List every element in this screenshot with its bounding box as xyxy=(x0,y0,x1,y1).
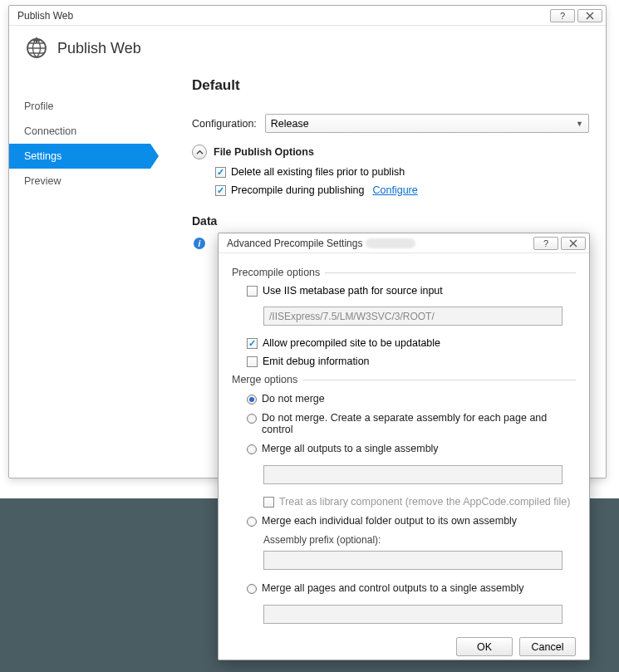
assembly-prefix-label: Assembly prefix (optional): xyxy=(263,534,576,546)
precompile-legend: Precompile options xyxy=(232,267,320,278)
use-iis-checkbox[interactable] xyxy=(247,286,258,297)
merge-option-3-label: Merge each individual folder output to i… xyxy=(262,515,517,527)
configuration-label: Configuration: xyxy=(192,118,257,130)
allow-updatable-label: Allow precompiled site to be updatable xyxy=(263,337,440,349)
advanced-precompile-dialog: Advanced Precompile Settings ? Precompil… xyxy=(218,233,590,660)
file-publish-expander[interactable] xyxy=(192,145,207,159)
merge-option-0-label: Do not merge xyxy=(262,393,325,405)
globe-publish-icon xyxy=(26,37,47,59)
merge-all-pages-input xyxy=(263,605,563,624)
treat-library-label: Treat as library component (remove the A… xyxy=(279,496,570,508)
precompile-checkbox[interactable] xyxy=(215,185,226,196)
window-title: Publish Web xyxy=(17,10,550,22)
merge-option-2-label: Merge all outputs to a single assembly xyxy=(262,443,439,454)
sidebar-item-profile[interactable]: Profile xyxy=(9,94,150,119)
sidebar-item-preview[interactable]: Preview xyxy=(9,169,150,194)
single-assembly-name-input xyxy=(263,465,563,484)
delete-existing-checkbox[interactable] xyxy=(215,167,226,178)
merge-option-2-radio[interactable] xyxy=(247,444,257,454)
emit-debug-checkbox[interactable] xyxy=(247,356,258,367)
merge-option-3-radio[interactable] xyxy=(247,517,257,527)
sidebar-item-connection[interactable]: Connection xyxy=(9,119,150,144)
sidebar-item-settings[interactable]: Settings xyxy=(9,144,150,169)
close-button[interactable] xyxy=(577,9,602,22)
dialog-title: Advanced Precompile Settings xyxy=(227,238,362,249)
iis-path-input xyxy=(263,307,563,326)
treat-library-checkbox xyxy=(263,497,274,508)
header-title: Publish Web xyxy=(57,40,141,57)
use-iis-label: Use IIS metabase path for source input xyxy=(263,285,443,297)
merge-legend: Merge options xyxy=(232,374,297,385)
ok-button[interactable]: OK xyxy=(456,637,513,656)
obscured-text xyxy=(366,238,415,248)
delete-existing-label: Delete all existing files prior to publi… xyxy=(231,166,405,178)
dialog-help-button[interactable]: ? xyxy=(533,237,558,250)
assembly-prefix-input xyxy=(263,551,563,570)
dialog-titlebar: Advanced Precompile Settings ? xyxy=(219,233,589,253)
dialog-close-button[interactable] xyxy=(561,237,586,250)
databases-section-label: Data xyxy=(192,214,589,228)
configuration-select[interactable]: Release ▼ xyxy=(265,114,589,133)
dropdown-icon: ▼ xyxy=(576,120,583,128)
merge-option-4-label: Merge all pages and control outputs to a… xyxy=(262,582,523,594)
info-icon: i xyxy=(194,238,205,249)
sidebar: Profile Connection Settings Preview xyxy=(9,71,150,476)
profile-name: Default xyxy=(192,77,589,94)
merge-option-1-radio[interactable] xyxy=(247,414,257,424)
precompile-label: Precompile during publishing xyxy=(231,184,365,196)
close-icon xyxy=(569,239,577,248)
chevron-up-icon xyxy=(196,149,204,156)
header: Publish Web xyxy=(9,26,606,71)
merge-option-4-radio[interactable] xyxy=(247,584,257,594)
configure-link[interactable]: Configure xyxy=(373,184,418,196)
merge-option-1-label: Do not merge. Create a separate assembly… xyxy=(262,412,576,435)
configuration-value: Release xyxy=(271,118,309,130)
help-button[interactable]: ? xyxy=(550,9,575,22)
emit-debug-label: Emit debug information xyxy=(263,356,370,367)
close-icon xyxy=(586,12,594,20)
cancel-button[interactable]: Cancel xyxy=(519,637,576,656)
merge-option-0-radio[interactable] xyxy=(247,395,257,405)
file-publish-title: File Publish Options xyxy=(214,146,314,158)
allow-updatable-checkbox[interactable] xyxy=(247,338,258,349)
titlebar: Publish Web ? xyxy=(9,6,606,26)
